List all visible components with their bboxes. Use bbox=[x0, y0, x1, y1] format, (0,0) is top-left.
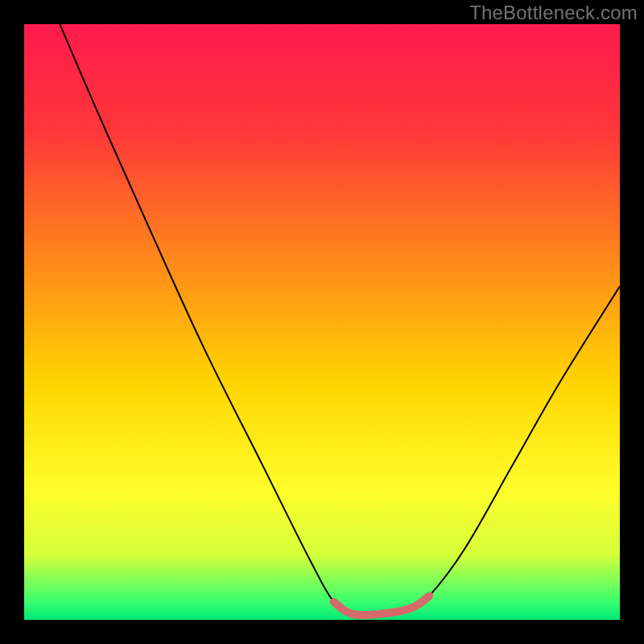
main-curve bbox=[60, 24, 620, 615]
highlight-band bbox=[334, 596, 429, 615]
plot-area bbox=[24, 24, 620, 620]
watermark-text: TheBottleneck.com bbox=[469, 2, 638, 24]
chart-frame: TheBottleneck.com bbox=[0, 0, 644, 644]
curve-svg bbox=[24, 24, 620, 620]
